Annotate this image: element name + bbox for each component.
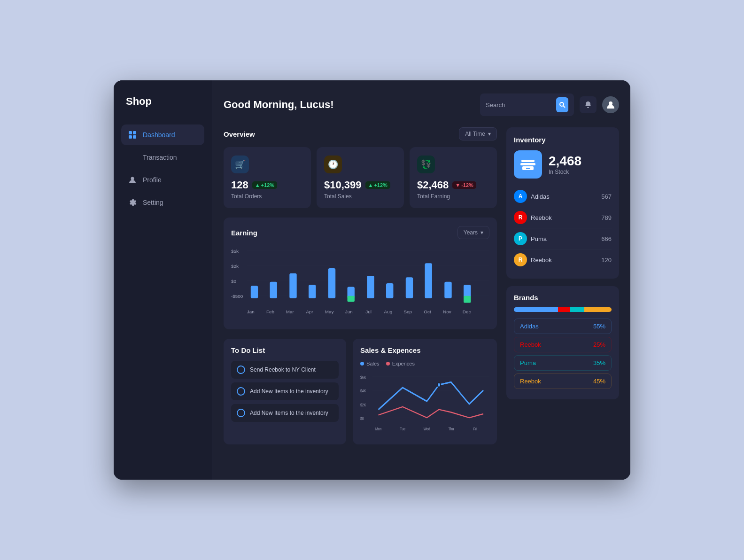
expenses-dot: [386, 362, 390, 366]
reebok-red-logo: R: [514, 211, 527, 224]
sidebar-label-transaction: Transaction: [143, 154, 177, 161]
search-button[interactable]: [556, 97, 568, 112]
sidebar-item-profile[interactable]: Profile: [121, 170, 204, 190]
app-logo: Shop: [121, 95, 204, 108]
brand-bar: [514, 307, 612, 312]
brand-pct-reebok[interactable]: Reebok 25%: [514, 337, 612, 352]
svg-text:Sep: Sep: [403, 309, 412, 314]
svg-rect-0: [129, 131, 132, 134]
user-avatar[interactable]: [602, 96, 619, 113]
todo-checkbox-1[interactable]: [237, 366, 245, 374]
inventory-top: 2,468 In Stock: [514, 150, 612, 179]
svg-text:Mon: Mon: [375, 427, 382, 431]
inventory-brands: A Adidas 567 R Reebok 789: [514, 186, 612, 270]
svg-text:$2K: $2K: [360, 403, 366, 407]
bar-adidas: [514, 307, 558, 312]
todo-item-1[interactable]: Send Reebok to NY Client: [231, 361, 339, 379]
card-sales-value-row: $10,399 ▲ +12%: [324, 179, 396, 191]
sales-legend: Sales Expences: [360, 361, 489, 366]
svg-text:Oct: Oct: [424, 309, 431, 314]
sidebar-item-setting[interactable]: Setting: [121, 192, 204, 213]
bar-reebok-gold: [584, 307, 612, 312]
svg-rect-1: [133, 131, 136, 134]
earning-filter[interactable]: Years ▾: [457, 226, 489, 239]
brand-pct-adidas[interactable]: Adidas 55%: [514, 319, 612, 334]
svg-point-7: [609, 101, 612, 105]
brands-title: Brands: [514, 294, 612, 302]
todo-checkbox-3[interactable]: [237, 409, 245, 417]
bar-reebok-red: [558, 307, 570, 312]
overview-filter[interactable]: All Time ▾: [459, 127, 497, 140]
card-sales-value: $10,399: [324, 179, 362, 191]
svg-rect-56: [521, 160, 535, 162]
svg-text:$0: $0: [231, 279, 237, 284]
right-panel: Inventory 2,468 In Stock: [506, 127, 619, 399]
brand-row-adidas: A Adidas 567: [514, 186, 612, 207]
sales-section: Sales & Expences Sales Expences: [353, 339, 497, 444]
svg-rect-26: [425, 263, 432, 298]
svg-rect-29: [464, 296, 471, 303]
notification-button[interactable]: [580, 96, 597, 113]
card-orders-icon: 🛒: [231, 156, 249, 173]
svg-rect-22: [348, 296, 355, 302]
card-orders-value: 128: [231, 179, 248, 191]
content-right: Inventory 2,468 In Stock: [506, 127, 619, 444]
brand-pct-puma[interactable]: Puma 35%: [514, 355, 612, 371]
todo-checkbox-2[interactable]: [237, 387, 245, 396]
sidebar-item-dashboard[interactable]: Dashboard: [121, 124, 204, 145]
search-input[interactable]: [486, 101, 552, 109]
legend-expenses: Expences: [386, 361, 415, 366]
svg-text:Aug: Aug: [384, 309, 393, 314]
search-box[interactable]: [480, 93, 574, 116]
svg-text:Nov: Nov: [443, 309, 451, 314]
legend-sales: Sales: [360, 361, 380, 366]
inventory-count: 2,468: [549, 154, 581, 169]
content-row: Overview All Time ▾ 🛒 128 ▲ +12% Total O…: [224, 127, 619, 444]
svg-text:$2k: $2k: [231, 264, 239, 269]
reebok-red-count: 789: [601, 214, 612, 221]
puma-logo: P: [514, 232, 527, 245]
sales-chart-area: $6K $4K $2K $0: [360, 371, 489, 437]
card-sales: 🕐 $10,399 ▲ +12% Total Sales: [317, 147, 404, 208]
earning-section: Earning Years ▾: [224, 218, 497, 329]
brand-pct-list: Adidas 55% Reebok 25% Puma 35%: [514, 319, 612, 389]
brand-row-reebok-red: R Reebok 789: [514, 207, 612, 228]
card-sales-label: Total Sales: [324, 193, 396, 200]
adidas-count: 567: [601, 193, 612, 200]
header-right: [480, 93, 619, 116]
svg-text:Jan: Jan: [247, 309, 255, 314]
todo-text-1: Send Reebok to NY Client: [250, 366, 316, 373]
card-earning-icon: 💱: [417, 156, 435, 173]
svg-rect-20: [328, 268, 335, 298]
todo-title: To Do List: [231, 346, 265, 354]
earning-header: Earning Years ▾: [231, 226, 489, 239]
adidas-logo: A: [514, 190, 527, 203]
svg-rect-25: [406, 277, 413, 298]
svg-rect-16: [251, 286, 258, 298]
svg-rect-2: [129, 135, 132, 139]
main-content: Good Morning, Lucus!: [212, 80, 630, 480]
card-orders: 🛒 128 ▲ +12% Total Orders: [224, 147, 311, 208]
sidebar-label-setting: Setting: [143, 199, 163, 206]
svg-rect-18: [289, 273, 296, 298]
sidebar-label-dashboard: Dashboard: [143, 131, 175, 139]
sidebar-item-transaction[interactable]: Transaction: [121, 147, 204, 168]
sidebar-label-profile: Profile: [143, 176, 162, 184]
card-earning-label: Total Earning: [417, 193, 489, 200]
card-earning: 💱 $2,468 ▼ -12% Total Earning: [410, 147, 497, 208]
svg-rect-59: [526, 168, 530, 169]
svg-text:Thu: Thu: [448, 427, 454, 431]
app-container: Shop Dashboard Transaction Profile: [114, 80, 630, 480]
bar-puma: [570, 307, 584, 312]
todo-item-3[interactable]: Add New Items to the inventory: [231, 404, 339, 422]
page-greeting: Good Morning, Lucus!: [224, 99, 334, 111]
todo-item-2[interactable]: Add New Items to the inventory: [231, 382, 339, 400]
brand-left-puma: P Puma: [514, 232, 547, 245]
brand-pct-reebok-gold[interactable]: Reebok 45%: [514, 373, 612, 389]
reebok-gold-count: 120: [601, 257, 612, 264]
inventory-count-area: 2,468 In Stock: [549, 154, 581, 175]
inventory-card: Inventory 2,468 In Stock: [506, 127, 619, 279]
reebok-red-name: Reebok: [531, 214, 552, 221]
svg-text:$4K: $4K: [360, 389, 366, 394]
card-earning-value: $2,468: [417, 179, 449, 191]
